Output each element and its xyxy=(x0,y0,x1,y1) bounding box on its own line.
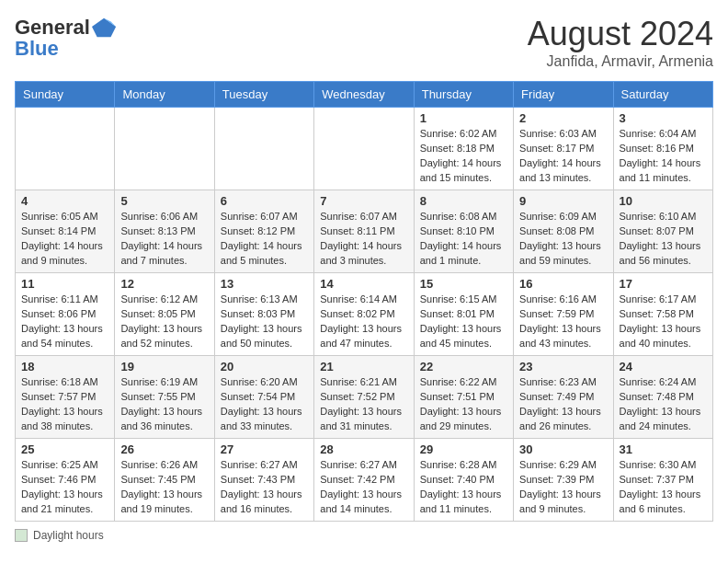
calendar-cell: 5Sunrise: 6:06 AM Sunset: 8:13 PM Daylig… xyxy=(115,190,214,273)
day-number: 29 xyxy=(420,442,507,456)
day-number: 19 xyxy=(120,360,208,373)
day-info: Sunrise: 6:20 AM Sunset: 7:54 PM Dayligh… xyxy=(221,375,308,434)
day-info: Sunrise: 6:15 AM Sunset: 8:01 PM Dayligh… xyxy=(420,293,507,351)
day-info: Sunrise: 6:03 AM Sunset: 8:17 PM Dayligh… xyxy=(519,127,607,186)
calendar-cell: 19Sunrise: 6:19 AM Sunset: 7:55 PM Dayli… xyxy=(115,356,214,439)
day-number: 24 xyxy=(620,360,707,373)
day-number: 5 xyxy=(120,194,208,208)
day-of-week-header: Saturday xyxy=(613,82,712,108)
day-number: 20 xyxy=(221,360,308,373)
day-info: Sunrise: 6:16 AM Sunset: 7:59 PM Dayligh… xyxy=(519,293,607,351)
title-block: August 2024 Janfida, Armavir, Armenia xyxy=(528,15,713,70)
day-number: 3 xyxy=(620,111,707,125)
calendar-cell: 21Sunrise: 6:21 AM Sunset: 7:52 PM Dayli… xyxy=(314,356,414,439)
day-info: Sunrise: 6:21 AM Sunset: 7:52 PM Dayligh… xyxy=(320,375,407,434)
day-number: 30 xyxy=(519,442,607,456)
calendar-cell: 30Sunrise: 6:29 AM Sunset: 7:39 PM Dayli… xyxy=(514,439,613,522)
day-number: 1 xyxy=(420,111,507,125)
day-info: Sunrise: 6:27 AM Sunset: 7:42 PM Dayligh… xyxy=(320,458,407,517)
day-number: 23 xyxy=(519,360,607,373)
day-number: 12 xyxy=(120,277,208,291)
day-number: 21 xyxy=(320,360,407,373)
day-info: Sunrise: 6:24 AM Sunset: 7:48 PM Dayligh… xyxy=(620,375,707,434)
day-number: 10 xyxy=(620,194,707,208)
day-of-week-header: Tuesday xyxy=(214,82,313,108)
day-info: Sunrise: 6:07 AM Sunset: 8:12 PM Dayligh… xyxy=(221,210,308,269)
day-of-week-header: Friday xyxy=(514,82,613,108)
day-info: Sunrise: 6:13 AM Sunset: 8:03 PM Dayligh… xyxy=(221,293,308,351)
day-info: Sunrise: 6:19 AM Sunset: 7:55 PM Dayligh… xyxy=(120,375,208,434)
calendar-cell: 11Sunrise: 6:11 AM Sunset: 8:06 PM Dayli… xyxy=(16,273,115,356)
calendar-cell: 8Sunrise: 6:08 AM Sunset: 8:10 PM Daylig… xyxy=(414,190,513,273)
day-info: Sunrise: 6:12 AM Sunset: 8:05 PM Dayligh… xyxy=(120,293,208,351)
day-number: 9 xyxy=(519,194,607,208)
calendar-cell: 2Sunrise: 6:03 AM Sunset: 8:17 PM Daylig… xyxy=(514,108,613,190)
day-number: 7 xyxy=(320,194,407,208)
calendar-cell: 18Sunrise: 6:18 AM Sunset: 7:57 PM Dayli… xyxy=(16,356,115,439)
calendar-cell: 14Sunrise: 6:14 AM Sunset: 8:02 PM Dayli… xyxy=(314,273,414,356)
calendar-cell: 7Sunrise: 6:07 AM Sunset: 8:11 PM Daylig… xyxy=(314,190,414,273)
day-number: 27 xyxy=(221,442,308,456)
day-number: 13 xyxy=(221,277,308,291)
day-number: 14 xyxy=(320,277,407,291)
page-header: General Blue August 2024 Janfida, Armavi… xyxy=(15,15,713,70)
day-number: 22 xyxy=(420,360,507,373)
calendar-header-row: SundayMondayTuesdayWednesdayThursdayFrid… xyxy=(16,82,713,108)
day-of-week-header: Sunday xyxy=(16,82,115,108)
calendar-cell: 22Sunrise: 6:22 AM Sunset: 7:51 PM Dayli… xyxy=(414,356,513,439)
day-info: Sunrise: 6:05 AM Sunset: 8:14 PM Dayligh… xyxy=(21,210,108,269)
calendar-cell: 27Sunrise: 6:27 AM Sunset: 7:43 PM Dayli… xyxy=(214,439,313,522)
calendar-week-row: 4Sunrise: 6:05 AM Sunset: 8:14 PM Daylig… xyxy=(16,190,713,273)
day-info: Sunrise: 6:07 AM Sunset: 8:11 PM Dayligh… xyxy=(320,210,407,269)
calendar-cell xyxy=(115,108,214,190)
day-info: Sunrise: 6:17 AM Sunset: 7:58 PM Dayligh… xyxy=(620,293,707,351)
day-info: Sunrise: 6:06 AM Sunset: 8:13 PM Dayligh… xyxy=(120,210,208,269)
calendar-table: SundayMondayTuesdayWednesdayThursdayFrid… xyxy=(15,81,713,522)
day-number: 18 xyxy=(21,360,108,373)
day-info: Sunrise: 6:30 AM Sunset: 7:37 PM Dayligh… xyxy=(620,458,707,517)
day-info: Sunrise: 6:04 AM Sunset: 8:16 PM Dayligh… xyxy=(620,127,707,186)
calendar-cell: 20Sunrise: 6:20 AM Sunset: 7:54 PM Dayli… xyxy=(214,356,313,439)
day-info: Sunrise: 6:08 AM Sunset: 8:10 PM Dayligh… xyxy=(420,210,507,269)
calendar-cell: 9Sunrise: 6:09 AM Sunset: 8:08 PM Daylig… xyxy=(514,190,613,273)
day-number: 31 xyxy=(620,442,707,456)
svg-marker-0 xyxy=(92,18,116,38)
calendar-cell: 3Sunrise: 6:04 AM Sunset: 8:16 PM Daylig… xyxy=(613,108,712,190)
day-of-week-header: Monday xyxy=(115,82,214,108)
day-number: 26 xyxy=(120,442,208,456)
day-number: 16 xyxy=(519,277,607,291)
day-info: Sunrise: 6:11 AM Sunset: 8:06 PM Dayligh… xyxy=(21,293,108,351)
calendar-cell: 26Sunrise: 6:26 AM Sunset: 7:45 PM Dayli… xyxy=(115,439,214,522)
calendar-cell: 6Sunrise: 6:07 AM Sunset: 8:12 PM Daylig… xyxy=(214,190,313,273)
day-info: Sunrise: 6:25 AM Sunset: 7:46 PM Dayligh… xyxy=(21,458,108,517)
calendar-cell: 31Sunrise: 6:30 AM Sunset: 7:37 PM Dayli… xyxy=(613,439,712,522)
day-info: Sunrise: 6:18 AM Sunset: 7:57 PM Dayligh… xyxy=(21,375,108,434)
calendar-cell: 15Sunrise: 6:15 AM Sunset: 8:01 PM Dayli… xyxy=(414,273,513,356)
calendar-cell xyxy=(314,108,414,190)
day-number: 28 xyxy=(320,442,407,456)
day-of-week-header: Thursday xyxy=(414,82,513,108)
calendar-cell: 16Sunrise: 6:16 AM Sunset: 7:59 PM Dayli… xyxy=(514,273,613,356)
day-number: 4 xyxy=(21,194,108,208)
day-number: 2 xyxy=(519,111,607,125)
day-number: 25 xyxy=(21,442,108,456)
day-info: Sunrise: 6:09 AM Sunset: 8:08 PM Dayligh… xyxy=(519,210,607,269)
calendar-week-row: 18Sunrise: 6:18 AM Sunset: 7:57 PM Dayli… xyxy=(16,356,713,439)
calendar-cell xyxy=(214,108,313,190)
calendar-cell: 17Sunrise: 6:17 AM Sunset: 7:58 PM Dayli… xyxy=(613,273,712,356)
day-number: 15 xyxy=(420,277,507,291)
footer: Daylight hours xyxy=(15,529,713,542)
calendar-cell: 10Sunrise: 6:10 AM Sunset: 8:07 PM Dayli… xyxy=(613,190,712,273)
location-title: Janfida, Armavir, Armenia xyxy=(528,53,713,70)
logo: General Blue xyxy=(15,15,118,61)
day-info: Sunrise: 6:26 AM Sunset: 7:45 PM Dayligh… xyxy=(120,458,208,517)
day-number: 17 xyxy=(620,277,707,291)
calendar-cell: 29Sunrise: 6:28 AM Sunset: 7:40 PM Dayli… xyxy=(414,439,513,522)
calendar-cell: 1Sunrise: 6:02 AM Sunset: 8:18 PM Daylig… xyxy=(414,108,513,190)
calendar-cell: 13Sunrise: 6:13 AM Sunset: 8:03 PM Dayli… xyxy=(214,273,313,356)
legend-label: Daylight hours xyxy=(33,529,104,542)
day-of-week-header: Wednesday xyxy=(314,82,414,108)
day-info: Sunrise: 6:14 AM Sunset: 8:02 PM Dayligh… xyxy=(320,293,407,351)
day-info: Sunrise: 6:28 AM Sunset: 7:40 PM Dayligh… xyxy=(420,458,507,517)
calendar-cell: 28Sunrise: 6:27 AM Sunset: 7:42 PM Dayli… xyxy=(314,439,414,522)
